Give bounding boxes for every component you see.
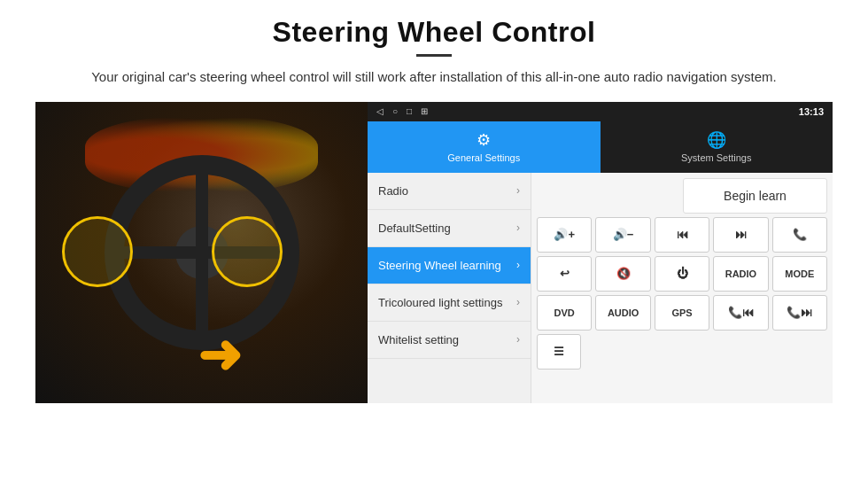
chevron-icon-whitelist: ›	[516, 333, 520, 346]
gear-icon: ⚙	[477, 130, 491, 150]
menu-item-whitelist[interactable]: Whitelist setting ›	[368, 322, 531, 359]
tab-general-label: General Settings	[447, 152, 520, 163]
volume-up-icon: 🔊+	[554, 228, 575, 241]
volume-up-button[interactable]: 🔊+	[537, 217, 592, 253]
chevron-icon-steering: ›	[516, 259, 520, 271]
gps-label: GPS	[671, 307, 692, 318]
steering-wheel-panel: ➜	[35, 102, 368, 403]
menu-item-radio-label: Radio	[378, 184, 408, 198]
control-row-4: DVD AUDIO GPS 📞⏮ 📞⏭	[537, 295, 827, 331]
back-icon: ◁	[376, 106, 384, 116]
arrow-icon: ➜	[198, 323, 242, 385]
phone-button[interactable]: 📞	[772, 217, 827, 253]
page-subtitle: Your original car's steering wheel contr…	[91, 67, 777, 88]
title-divider	[416, 54, 452, 57]
mode-button[interactable]: MODE	[772, 256, 827, 292]
menu-icon: ⊞	[421, 106, 428, 116]
next-track-button[interactable]: ⏭	[713, 217, 768, 253]
page-container: Steering Wheel Control Your original car…	[0, 0, 868, 498]
empty-space	[537, 178, 679, 214]
mute-button[interactable]: 🔇	[595, 256, 650, 292]
control-row-3: ↩ 🔇 ⏻ RADIO MODE	[537, 256, 827, 292]
phone-next-button[interactable]: 📞⏭	[772, 295, 827, 331]
power-icon: ⏻	[677, 267, 688, 280]
wheel-spoke-vertical	[196, 175, 208, 331]
menu-item-tricoloured-label: Tricoloured light settings	[378, 296, 502, 309]
menu-list: Radio › DefaultSetting › Steering Wheel …	[368, 173, 531, 403]
mute-icon: 🔇	[616, 267, 631, 280]
menu-item-whitelist-label: Whitelist setting	[378, 333, 459, 346]
tab-system[interactable]: 🌐 System Settings	[601, 121, 833, 173]
hang-up-button[interactable]: ↩	[537, 256, 592, 292]
tab-general[interactable]: ⚙ General Settings	[368, 121, 601, 173]
control-row-1: Begin learn	[537, 178, 827, 214]
prev-track-icon: ⏮	[677, 228, 688, 241]
controls-panel: Begin learn 🔊+ 🔊− ⏮	[531, 173, 833, 403]
chevron-icon-default: ›	[516, 222, 520, 234]
mode-label: MODE	[785, 268, 814, 279]
right-control-highlight	[212, 216, 283, 287]
volume-down-icon: 🔊−	[613, 228, 634, 241]
hang-up-icon: ↩	[560, 267, 570, 280]
audio-button[interactable]: AUDIO	[595, 295, 650, 331]
radio-label: RADIO	[725, 268, 756, 279]
status-bar-left: ◁ ○ □ ⊞	[376, 106, 428, 116]
android-panel: ◁ ○ □ ⊞ 13:13 ⚙ General Settings 🌐 Syste…	[368, 102, 833, 403]
control-row-5: ☰	[537, 334, 827, 370]
power-button[interactable]: ⏻	[655, 256, 709, 292]
menu-item-radio[interactable]: Radio ›	[368, 173, 531, 210]
menu-item-default-label: DefaultSetting	[378, 222, 451, 235]
status-bar: ◁ ○ □ ⊞ 13:13	[368, 102, 833, 121]
menu-item-default[interactable]: DefaultSetting ›	[368, 210, 531, 247]
phone-icon: 📞	[793, 228, 807, 241]
main-content: ➜ ◁ ○ □ ⊞ 13:13 ⚙ General Settings	[35, 102, 833, 499]
page-title: Steering Wheel Control	[273, 16, 596, 49]
volume-down-button[interactable]: 🔊−	[595, 217, 650, 253]
tab-bar: ⚙ General Settings 🌐 System Settings	[368, 121, 833, 173]
globe-icon: 🌐	[707, 130, 726, 150]
prev-track-button[interactable]: ⏮	[655, 217, 709, 253]
phone-next-icon: 📞⏭	[787, 306, 812, 319]
list-icon: ☰	[554, 345, 564, 358]
control-row-2: 🔊+ 🔊− ⏮ ⏭ 📞	[537, 217, 827, 253]
left-control-highlight	[62, 216, 133, 287]
menu-area: Radio › DefaultSetting › Steering Wheel …	[368, 173, 833, 403]
begin-learn-button[interactable]: Begin learn	[683, 178, 827, 214]
menu-item-tricoloured[interactable]: Tricoloured light settings ›	[368, 284, 531, 322]
recents-icon: □	[407, 106, 412, 116]
home-icon: ○	[392, 106, 398, 116]
radio-button[interactable]: RADIO	[713, 256, 768, 292]
chevron-icon-tricoloured: ›	[516, 296, 520, 308]
next-track-icon: ⏭	[735, 228, 747, 241]
menu-item-steering-label: Steering Wheel learning	[378, 259, 501, 272]
tab-system-label: System Settings	[681, 152, 751, 163]
chevron-icon-radio: ›	[516, 184, 520, 197]
audio-label: AUDIO	[608, 307, 639, 318]
menu-item-steering[interactable]: Steering Wheel learning ›	[368, 247, 531, 284]
dvd-button[interactable]: DVD	[537, 295, 592, 331]
gps-button[interactable]: GPS	[655, 295, 709, 331]
dvd-label: DVD	[554, 307, 575, 318]
status-time: 13:13	[799, 106, 824, 117]
list-button[interactable]: ☰	[537, 334, 581, 370]
wheel-bg: ➜	[35, 102, 368, 403]
phone-prev-icon: 📞⏮	[728, 306, 754, 319]
phone-prev-button[interactable]: 📞⏮	[713, 295, 768, 331]
